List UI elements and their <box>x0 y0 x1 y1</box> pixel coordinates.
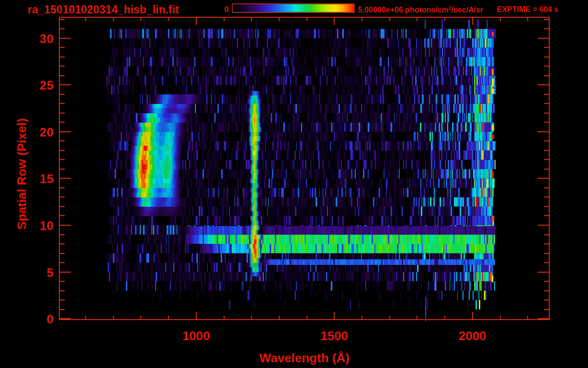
y-tick-label: 25 <box>19 78 54 93</box>
y-tick-label: 15 <box>19 172 54 186</box>
colorbar-unit-prefix: photons/cm <box>405 6 449 14</box>
y-tick-label: 30 <box>19 32 54 46</box>
colorbar-min-label: 0 <box>216 5 229 14</box>
file-title: ra_150101020314_hisb_lin.fit <box>28 3 179 16</box>
x-axis-title: Wavelength (Å) <box>260 351 350 366</box>
x-tick-label: 1000 <box>163 329 230 344</box>
y-tick-label: 20 <box>19 125 54 140</box>
x-tick-label: 1500 <box>301 329 368 344</box>
y-tick-label: 0 <box>19 312 54 327</box>
colorbar-max-label: 5.00000e+06 photons/cm2/sec/A/sr <box>358 5 483 14</box>
spectral-heatmap-canvas <box>0 0 588 368</box>
x-tick-label: 2000 <box>439 329 506 344</box>
colorbar-unit-suffix: /sec/A/sr <box>452 6 484 14</box>
plot-window: ra_150101020314_hisb_lin.fit 0 5.00000e+… <box>0 0 588 368</box>
y-tick-label: 10 <box>19 218 54 233</box>
colorbar-gradient <box>232 3 355 13</box>
exptime-label: EXPTIME = 604 s <box>497 5 559 14</box>
y-tick-label: 5 <box>19 265 54 280</box>
colorbar-unit-exponent: 2 <box>449 6 452 11</box>
colorbar-max-value: 5.00000e+06 <box>358 6 405 14</box>
